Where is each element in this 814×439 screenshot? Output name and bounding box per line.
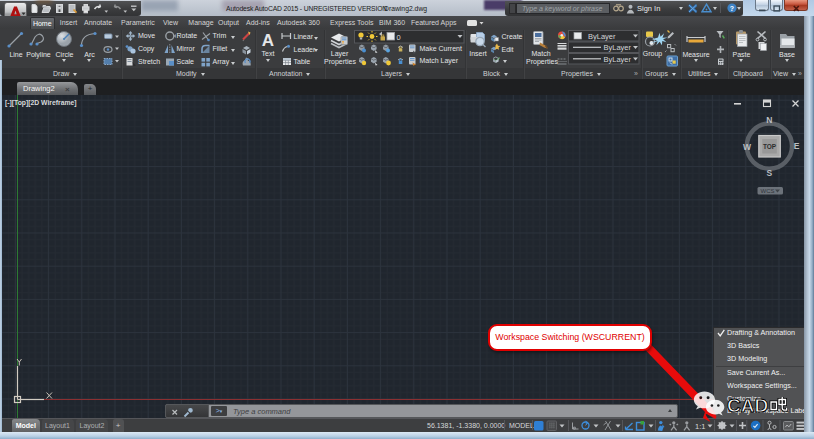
svg-text:ByLayer: ByLayer: [604, 43, 632, 52]
svg-text:0: 0: [397, 32, 401, 41]
svg-text:N: N: [766, 115, 772, 125]
svg-text:?: ?: [730, 5, 734, 12]
svg-text:A: A: [262, 30, 274, 49]
svg-text:WCS: WCS: [761, 188, 775, 194]
svg-text:E: E: [794, 141, 800, 151]
svg-text:ByLayer: ByLayer: [588, 31, 616, 40]
svg-text:S: S: [767, 168, 773, 178]
svg-text:TOP: TOP: [763, 143, 777, 150]
svg-text:ByLayer: ByLayer: [604, 54, 632, 63]
svg-text:W: W: [743, 142, 752, 152]
